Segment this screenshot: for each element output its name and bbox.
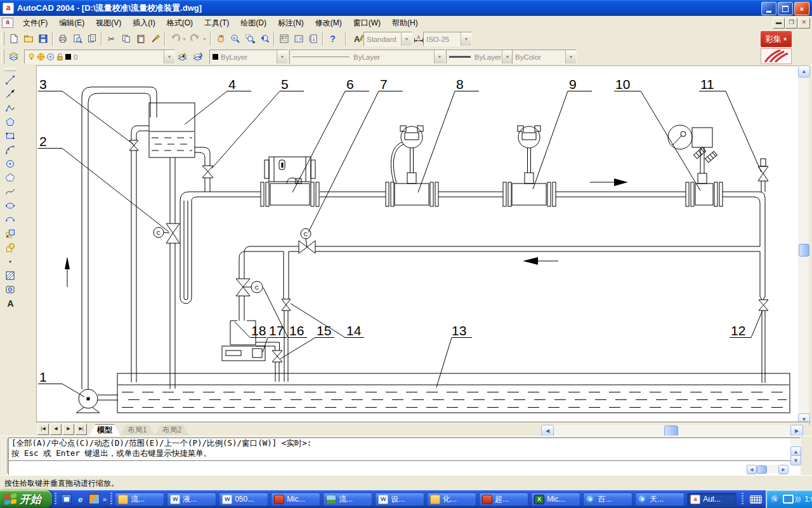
minimize-button[interactable] — [761, 2, 776, 15]
layer-plot-icon[interactable] — [46, 53, 55, 61]
start-button[interactable]: 开始 — [0, 490, 52, 508]
mdi-minimize-button[interactable]: ▬ — [773, 18, 785, 29]
chevron-down-icon[interactable]: ▼ — [434, 50, 445, 64]
taskbar-item[interactable]: 超... — [479, 493, 528, 506]
publish-button[interactable] — [84, 32, 99, 46]
copy-button[interactable] — [119, 32, 133, 46]
ellipse-arc-button[interactable] — [3, 213, 18, 227]
mdi-close-button[interactable]: ✕ — [798, 18, 810, 29]
scroll-left-button[interactable]: ◀ — [747, 465, 757, 474]
lineweight-combo[interactable]: ByLayer▼ — [446, 50, 513, 64]
layer-unlock-icon[interactable] — [56, 53, 64, 61]
redo-flyout-arrow[interactable]: ▼ — [202, 32, 208, 46]
polygon-button[interactable] — [3, 115, 18, 129]
menu-tools[interactable]: 工具(T) — [199, 16, 235, 30]
taskbar-item[interactable]: 流... — [115, 493, 164, 506]
arc-button[interactable] — [3, 143, 18, 157]
dim-style-combo[interactable]: ISO-25▼ — [423, 32, 472, 46]
zoom-previous-button[interactable] — [257, 32, 272, 46]
menu-view[interactable]: 视图(V) — [90, 16, 127, 30]
chevron-down-icon[interactable]: ▼ — [565, 50, 576, 64]
keyboard-layout-icon[interactable] — [750, 495, 762, 504]
taskbar-item[interactable]: e百... — [583, 493, 632, 506]
new-button[interactable] — [6, 32, 21, 46]
tab-layout2[interactable]: 布局2 — [155, 425, 190, 436]
last-tab-button[interactable]: ▶| — [75, 424, 87, 435]
scroll-down-button[interactable]: ▼ — [790, 455, 801, 465]
chevron-down-icon[interactable]: ▼ — [461, 32, 471, 46]
layer-on-icon[interactable] — [27, 53, 36, 61]
scroll-thumb[interactable] — [799, 244, 809, 257]
zoom-realtime-button[interactable]: ± — [228, 32, 242, 46]
taskbar-item[interactable]: W液... — [167, 493, 216, 506]
menu-help[interactable]: 帮助(H) — [386, 16, 424, 30]
chevron-down-icon[interactable]: ▼ — [502, 50, 513, 64]
menu-window[interactable]: 窗口(W) — [348, 16, 386, 30]
chevron-down-icon[interactable]: ▼ — [277, 50, 287, 64]
spline-button[interactable] — [3, 185, 18, 199]
layer-manager-button[interactable] — [6, 50, 21, 64]
point-button[interactable] — [3, 255, 18, 269]
command-window-grip[interactable] — [5, 439, 8, 473]
plot-button[interactable] — [55, 32, 70, 46]
insert-block-button[interactable] — [3, 227, 18, 241]
scroll-thumb[interactable] — [664, 425, 678, 436]
color-combo[interactable]: ByLayer▼ — [209, 50, 288, 64]
menu-insert[interactable]: 插入(I) — [127, 16, 160, 30]
revision-cloud-button[interactable] — [3, 171, 18, 185]
menu-modify[interactable]: 修改(M) — [310, 16, 348, 30]
match-properties-button[interactable] — [148, 32, 162, 46]
ellipse-button[interactable] — [3, 199, 18, 213]
undo-flyout-arrow[interactable]: ▼ — [182, 32, 188, 46]
rectangle-button[interactable] — [3, 129, 18, 143]
mtext-button[interactable]: A — [3, 297, 18, 311]
help-button[interactable]: ? — [325, 32, 340, 46]
linetype-combo[interactable]: ByLayer▼ — [289, 50, 445, 64]
mdi-restore-button[interactable]: ❒ — [785, 18, 797, 29]
taskbar-item[interactable]: W050... — [219, 493, 268, 506]
redo-button[interactable] — [188, 32, 202, 46]
tool-palettes-button[interactable] — [306, 32, 320, 46]
construction-line-button[interactable] — [3, 87, 18, 101]
canvas-vertical-scrollbar[interactable]: ▲ ▼ — [798, 65, 809, 424]
capture-tool-logo[interactable]: 彩集★ — [761, 31, 792, 64]
prev-tab-button[interactable]: ◀ — [50, 424, 62, 435]
layer-thaw-icon[interactable] — [37, 53, 45, 61]
show-desktop-icon[interactable] — [61, 494, 72, 504]
command-scrollbar[interactable]: ▲ ▼ — [790, 438, 800, 465]
taskbar-item[interactable]: 化... — [427, 493, 476, 506]
menu-file[interactable]: 文件(F) — [17, 16, 53, 30]
close-button[interactable]: × — [794, 2, 809, 15]
plot-style-combo[interactable]: ByColor▼ — [512, 50, 577, 64]
region-button[interactable] — [3, 283, 18, 297]
menu-format[interactable]: 格式(O) — [161, 16, 199, 30]
quick-launch-overflow-chevron[interactable]: » — [103, 495, 107, 503]
circle-button[interactable] — [3, 157, 18, 171]
cut-button[interactable]: ✂ — [104, 32, 119, 46]
properties-button[interactable] — [277, 32, 291, 46]
polyline-button[interactable] — [3, 101, 18, 115]
zoom-window-button[interactable] — [242, 32, 257, 46]
menu-edit[interactable]: 编辑(E) — [53, 16, 90, 30]
scroll-right-button[interactable]: ▶ — [778, 465, 789, 474]
taskbar-item-active[interactable]: aAut... — [687, 493, 737, 506]
command-input-scrollbar[interactable]: ◀ ▶ — [747, 465, 789, 473]
menu-draw[interactable]: 绘图(D) — [235, 16, 272, 30]
paste-button[interactable] — [133, 32, 148, 46]
taskbar-item[interactable]: Mic... — [271, 493, 320, 506]
first-tab-button[interactable]: |◀ — [37, 424, 49, 435]
line-button[interactable] — [3, 73, 18, 87]
taskbar-item[interactable]: XMic... — [531, 493, 580, 506]
toolbar-grip[interactable] — [1, 32, 4, 46]
menu-dimension[interactable]: 标注(N) — [272, 16, 310, 30]
model-canvas[interactable]: C — [36, 65, 798, 422]
media-player-icon[interactable] — [89, 494, 100, 504]
undo-button[interactable] — [167, 32, 182, 46]
layer-previous-button[interactable] — [190, 50, 205, 64]
save-button[interactable] — [36, 32, 50, 46]
pan-button[interactable] — [213, 32, 228, 46]
canvas-horizontal-scrollbar[interactable]: ◀ ▶ — [541, 425, 802, 436]
taskbar-item[interactable]: 流... — [323, 493, 372, 506]
hatch-button[interactable] — [3, 269, 18, 283]
toolbar-grip[interactable] — [4, 68, 16, 71]
